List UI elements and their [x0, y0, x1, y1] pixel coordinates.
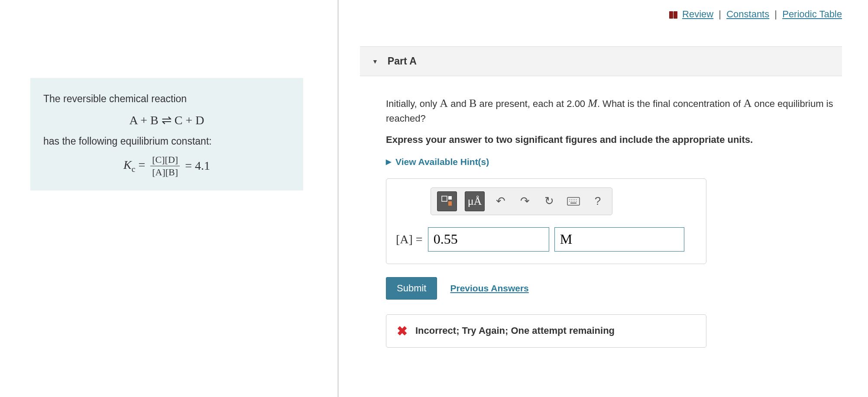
keyboard-button[interactable]	[565, 193, 582, 210]
answer-label: [A] =	[396, 232, 423, 246]
redo-icon: ↷	[520, 194, 530, 208]
part-header[interactable]: ▼ Part A	[360, 46, 842, 76]
previous-answers-link[interactable]: Previous Answers	[450, 283, 528, 294]
problem-info-box: The reversible chemical reaction A + B ⇌…	[30, 78, 303, 190]
input-toolbar: μÅ ↶ ↷ ↻ ?	[431, 187, 612, 215]
incorrect-x-icon: ✖	[397, 323, 408, 339]
collapse-triangle-icon[interactable]: ▼	[372, 58, 378, 65]
periodic-table-link[interactable]: Periodic Table	[782, 9, 842, 19]
help-icon: ?	[595, 194, 601, 208]
reaction-equation: A + B ⇌ C + D	[43, 113, 290, 127]
equilibrium-arrows-icon: ⇌	[162, 113, 175, 127]
question-text: Initially, only A and B are present, eac…	[386, 95, 833, 126]
intro-text: The reversible chemical reaction	[43, 91, 290, 107]
review-link[interactable]: Review	[682, 9, 713, 19]
keyboard-icon	[567, 197, 580, 206]
app-container: The reversible chemical reaction A + B ⇌…	[0, 0, 868, 397]
has-text: has the following equilibrium constant:	[43, 133, 290, 149]
help-button[interactable]: ?	[589, 193, 606, 210]
reset-button[interactable]: ↻	[541, 193, 557, 210]
submit-button[interactable]: Submit	[386, 277, 437, 300]
redo-button[interactable]: ↷	[517, 193, 533, 210]
top-links: Review | Constants | Periodic Table	[360, 0, 842, 46]
hints-label: View Available Hint(s)	[395, 157, 489, 167]
triangle-right-icon: ▶	[386, 158, 391, 166]
question-body: Initially, only A and B are present, eac…	[360, 95, 842, 348]
view-hints-toggle[interactable]: ▶ View Available Hint(s)	[386, 157, 833, 167]
answer-box: μÅ ↶ ↷ ↻ ? [A] =	[386, 178, 706, 264]
svg-rect-2	[448, 201, 452, 206]
feedback-box: ✖ Incorrect; Try Again; One attempt rema…	[386, 314, 706, 348]
template-icon	[441, 195, 453, 207]
right-panel: Review | Constants | Periodic Table ▼ Pa…	[338, 0, 868, 397]
constants-link[interactable]: Constants	[726, 9, 769, 19]
question-instructions: Express your answer to two significant f…	[386, 134, 833, 145]
template-picker-button[interactable]	[437, 191, 457, 211]
svg-rect-1	[448, 196, 452, 200]
book-icon	[669, 9, 678, 20]
feedback-message: Incorrect; Try Again; One attempt remain…	[415, 325, 615, 336]
units-button[interactable]: μÅ	[465, 191, 485, 211]
part-title: Part A	[388, 55, 417, 67]
left-panel: The reversible chemical reaction A + B ⇌…	[0, 0, 338, 397]
kc-equation: Kc = [C][D] [A][B] = 4.1	[43, 155, 290, 178]
fraction: [C][D] [A][B]	[150, 155, 180, 178]
submit-row: Submit Previous Answers	[386, 277, 833, 300]
unit-input[interactable]	[554, 227, 684, 252]
undo-icon: ↶	[496, 194, 505, 208]
reset-icon: ↻	[544, 194, 554, 208]
svg-rect-0	[442, 196, 447, 201]
answer-input-row: [A] =	[396, 227, 696, 252]
undo-button[interactable]: ↶	[492, 193, 509, 210]
value-input[interactable]	[428, 227, 549, 252]
